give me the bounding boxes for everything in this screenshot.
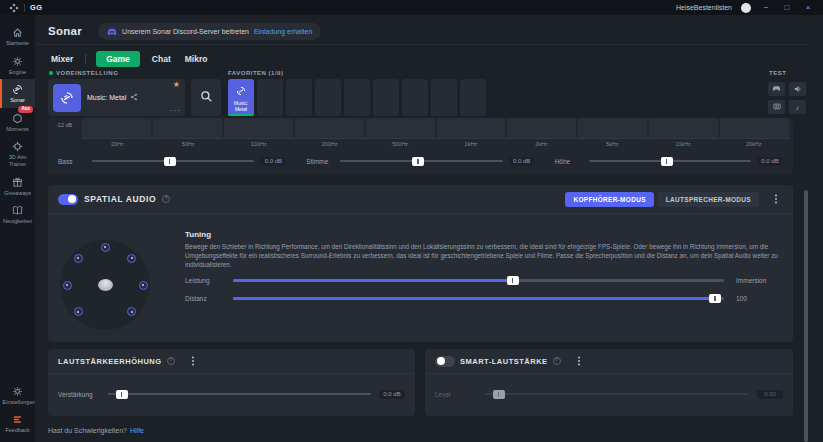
share-icon[interactable]: [130, 93, 138, 102]
preset-card[interactable]: Music: Metal ★ ···: [48, 79, 185, 116]
preset-name: Music: Metal: [87, 94, 126, 101]
spatial-speaker-map[interactable]: [60, 240, 150, 330]
app-logo-text: GG: [30, 3, 43, 12]
eq-graph[interactable]: [82, 118, 789, 139]
spatial-menu-button[interactable]: [769, 191, 783, 207]
avatar[interactable]: [741, 3, 751, 13]
favorite-star-icon[interactable]: ★: [173, 81, 180, 89]
toggle-knob: [437, 357, 445, 365]
eq-band-column: [82, 118, 151, 138]
volume-boost-title: LAUTSTÄRKEERHÖHUNG: [58, 357, 162, 366]
preset-more-button[interactable]: ···: [170, 107, 181, 115]
test-chat-audio-button[interactable]: [789, 82, 806, 96]
bass-slider-handle[interactable]: [164, 157, 176, 166]
hoehe-label: Höhe: [555, 158, 583, 165]
level-slider-handle[interactable]: [493, 390, 505, 399]
sidebar-item-einstellungen[interactable]: Einstellungen: [0, 381, 35, 410]
favorite-slot-name: Music: Metal: [228, 101, 254, 113]
freq-label: 200Hz: [294, 141, 365, 150]
performance-immersion-slider[interactable]: [233, 279, 724, 282]
hoehe-slider[interactable]: [589, 160, 751, 163]
stimme-slider-handle[interactable]: [412, 157, 424, 166]
tab-game[interactable]: Game: [96, 51, 140, 67]
vertical-scrollbar[interactable]: [804, 190, 808, 442]
speaker-mode-button[interactable]: LAUTSPRECHER-MODUS: [658, 192, 759, 207]
titlebar-separator: [24, 4, 25, 12]
speaker-node-right[interactable]: [139, 281, 148, 290]
sidebar-item-moments[interactable]: Aus Moments: [0, 108, 35, 137]
favorite-slot-empty[interactable]: [431, 79, 457, 116]
sidebar-item-giveaways[interactable]: Giveaways: [0, 172, 35, 201]
spatial-audio-toggle[interactable]: [58, 194, 78, 205]
favorite-slot-active[interactable]: Music: Metal: [228, 79, 254, 116]
eq-band-column: [295, 118, 364, 138]
speaker-node-front[interactable]: [101, 243, 110, 252]
smart-volume-menu-button[interactable]: [572, 353, 586, 369]
distance-slider[interactable]: [233, 297, 724, 300]
bass-slider[interactable]: [92, 160, 254, 163]
gain-slider[interactable]: [108, 393, 371, 396]
help-icon[interactable]: ?: [167, 357, 175, 365]
leistung-label: Leistung: [185, 277, 225, 284]
sidebar-item-feedback[interactable]: Feedback: [0, 409, 35, 442]
gamepad-icon: [772, 85, 781, 93]
test-game-audio-button[interactable]: [768, 82, 785, 96]
speaker-node-front-left[interactable]: [74, 254, 83, 263]
favorite-slot-empty[interactable]: [257, 79, 283, 116]
close-button[interactable]: ×: [802, 0, 814, 15]
favorite-slot-empty[interactable]: [315, 79, 341, 116]
crosshair-icon: [12, 141, 23, 152]
listener-head-icon: [98, 279, 113, 291]
spatial-audio-card: SPATIAL AUDIO ? KOPFHÖRER-MODUS LAUTSPRE…: [48, 185, 793, 342]
headphone-mode-button[interactable]: KOPFHÖRER-MODUS: [565, 192, 653, 207]
sidebar-item-neuigkeiten[interactable]: Neuigkeiten: [0, 200, 35, 229]
keyboard-icon: [773, 103, 781, 111]
hoehe-slider-handle[interactable]: [661, 157, 673, 166]
feedback-icon: [12, 414, 23, 425]
stimme-slider[interactable]: [340, 160, 502, 163]
favorite-slot-empty[interactable]: [344, 79, 370, 116]
level-slider[interactable]: [485, 393, 749, 396]
favorite-slot-empty[interactable]: [402, 79, 428, 116]
sidebar-item-3d-aim-trainer[interactable]: 3D Aim Trainer: [0, 136, 35, 171]
sidebar-item-sonar[interactable]: Sonar: [0, 79, 35, 108]
smart-volume-toggle[interactable]: [435, 356, 455, 367]
distance-slider-handle[interactable]: [709, 294, 721, 303]
performance-slider-handle[interactable]: [507, 276, 519, 285]
help-icon[interactable]: ?: [162, 195, 170, 203]
discord-invite-link[interactable]: Einladung erhalten: [254, 28, 312, 35]
tab-chat[interactable]: Chat: [150, 51, 173, 67]
speaker-node-rear-right[interactable]: [127, 307, 136, 316]
preset-search-button[interactable]: [191, 79, 221, 116]
freq-label: 5kHz: [577, 141, 648, 150]
test-music-button[interactable]: ♪: [789, 100, 806, 114]
kebab-icon: [192, 360, 194, 362]
speaker-node-left[interactable]: [63, 281, 72, 290]
preset-section-label: VOREINSTELLUNG: [49, 70, 118, 76]
test-mic-audio-button[interactable]: [768, 100, 785, 114]
favorite-slot-empty[interactable]: [286, 79, 312, 116]
help-link[interactable]: Hilfe: [130, 427, 144, 434]
username[interactable]: HeiseBestenlisten: [676, 4, 732, 11]
minimize-button[interactable]: −: [760, 0, 772, 15]
maximize-button[interactable]: □: [781, 0, 793, 15]
discord-banner[interactable]: Unserem Sonar Discord-Server beitreten E…: [98, 23, 321, 40]
speaker-node-front-right[interactable]: [127, 254, 136, 263]
freq-label: 1kHz: [436, 141, 507, 150]
favorite-slot-empty[interactable]: [460, 79, 486, 116]
sonar-icon: [12, 84, 23, 95]
tab-mikro[interactable]: Mikro: [183, 51, 210, 67]
volume-boost-menu-button[interactable]: [186, 353, 200, 369]
preset-active-dot: [49, 71, 53, 75]
sidebar-item-startseite[interactable]: Startseite: [0, 22, 35, 51]
tuning-description: Bewege den Schieber in Richtung Performa…: [185, 242, 780, 269]
help-icon[interactable]: ?: [553, 357, 561, 365]
gain-slider-handle[interactable]: [116, 390, 128, 399]
speaker-node-rear-left[interactable]: [74, 307, 83, 316]
sidebar-item-engine[interactable]: Engine: [0, 51, 35, 80]
tab-mixer[interactable]: Mixer: [49, 51, 75, 67]
favorite-slot-empty[interactable]: [373, 79, 399, 116]
equalizer-panel: -12 dB 20Hz 50Hz 100Hz: [48, 118, 793, 174]
footer-question: Hast du Schwierigkeiten?: [48, 427, 127, 434]
eq-band-column: [720, 118, 789, 138]
